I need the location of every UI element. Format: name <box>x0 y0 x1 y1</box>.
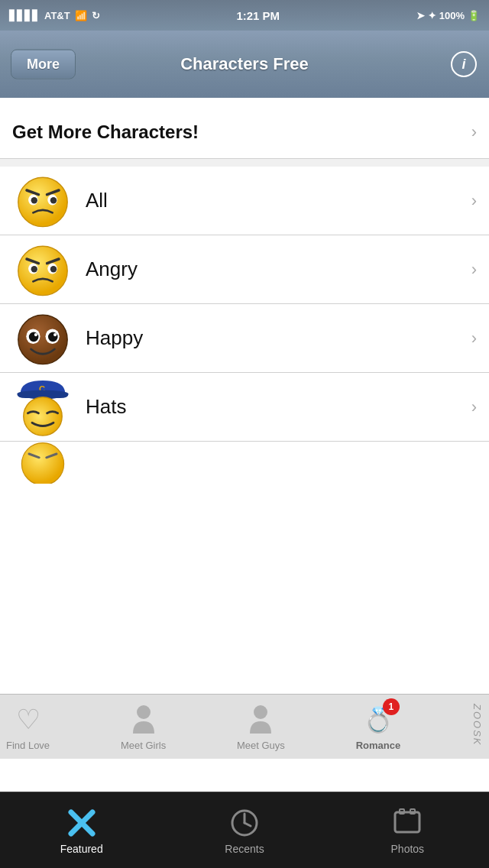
angry-icon <box>12 239 73 300</box>
status-right: ➤ ✦ 100% 🔋 <box>416 10 480 21</box>
svg-point-17 <box>29 332 39 342</box>
romance-icon: 💍 1 <box>361 703 395 737</box>
all-icon <box>12 170 73 232</box>
info-icon: i <box>461 57 465 73</box>
ad-banner: ♡ Find Love Meet Girls Meet Guys 💍 1 Rom… <box>0 694 489 759</box>
get-more-chevron: › <box>471 122 477 142</box>
meet-guys-label: Meet Guys <box>237 740 285 751</box>
svg-point-6 <box>50 197 57 203</box>
svg-point-5 <box>31 197 37 203</box>
list-item-all[interactable]: All › <box>0 167 489 235</box>
list-item-happy[interactable]: Happy › <box>0 304 489 373</box>
status-left: ▋▋▋▋ AT&T 📶 ↻ <box>9 10 100 21</box>
tab-featured[interactable]: Featured <box>0 806 163 855</box>
info-button[interactable]: i <box>451 51 477 77</box>
more-button[interactable]: More <box>11 50 76 79</box>
svg-point-28 <box>137 705 151 719</box>
partial-icon <box>12 442 73 484</box>
get-more-section: Get More Characters! › <box>0 105 489 159</box>
svg-point-0 <box>18 177 67 226</box>
svg-point-13 <box>50 266 57 272</box>
find-love-label: Find Love <box>6 740 50 751</box>
status-time: 1:21 PM <box>236 9 280 22</box>
carrier-label: AT&T <box>44 10 70 21</box>
refresh-icon: ↻ <box>92 10 100 21</box>
content-area: Get More Characters! › <box>0 105 489 484</box>
meet-guys-icon <box>244 703 277 737</box>
svg-line-36 <box>244 823 251 826</box>
svg-point-24 <box>24 397 62 435</box>
all-label: All <box>86 189 471 212</box>
angry-chevron: › <box>471 260 477 280</box>
svg-point-14 <box>18 315 67 364</box>
wifi-icon: 📶 <box>75 10 87 21</box>
hats-chevron: › <box>471 397 477 417</box>
bluetooth-icon: ✦ <box>428 10 436 21</box>
featured-tab-label: Featured <box>60 843 103 855</box>
svg-point-25 <box>21 442 63 484</box>
list-item-partial[interactable] <box>0 442 489 484</box>
ad-meet-girls[interactable]: Meet Girls <box>121 703 166 751</box>
recents-icon <box>228 806 261 840</box>
happy-chevron: › <box>471 329 477 348</box>
get-more-label: Get More Characters! <box>12 121 471 143</box>
featured-icon <box>65 806 99 840</box>
photos-tab-label: Photos <box>391 843 425 855</box>
svg-point-12 <box>31 266 37 272</box>
romance-label: Romance <box>356 740 401 751</box>
nav-bar: More Characters Free i <box>0 31 489 98</box>
status-bar: ▋▋▋▋ AT&T 📶 ↻ 1:21 PM ➤ ✦ 100% 🔋 <box>0 0 489 31</box>
meet-girls-label: Meet Girls <box>121 740 166 751</box>
happy-label: Happy <box>86 326 471 350</box>
battery-icon: 🔋 <box>468 10 480 21</box>
romance-badge-count: 1 <box>383 698 400 715</box>
meet-girls-icon <box>127 703 160 737</box>
tab-recents[interactable]: Recents <box>163 806 325 855</box>
find-love-icon: ♡ <box>11 703 45 737</box>
svg-point-7 <box>18 246 67 295</box>
tab-bar: Featured Recents Photos <box>0 792 489 868</box>
svg-point-29 <box>254 705 267 719</box>
location-icon: ➤ <box>416 10 425 21</box>
get-more-row[interactable]: Get More Characters! › <box>0 105 489 159</box>
ad-meet-guys[interactable]: Meet Guys <box>237 703 285 751</box>
svg-rect-37 <box>395 812 419 832</box>
recents-tab-label: Recents <box>225 843 264 855</box>
list-item-angry[interactable]: Angry › <box>0 235 489 304</box>
angry-label: Angry <box>86 257 471 281</box>
battery-label: 100% <box>439 10 465 21</box>
signal-icon: ▋▋▋▋ <box>9 10 40 21</box>
nav-title: Characters Free <box>180 54 309 74</box>
svg-point-19 <box>34 333 37 336</box>
photos-icon <box>390 806 424 840</box>
hats-label: Hats <box>86 395 471 419</box>
category-list: All › <box>0 167 489 484</box>
happy-icon <box>12 308 73 369</box>
ad-find-love[interactable]: ♡ Find Love <box>6 703 50 751</box>
all-chevron: › <box>471 191 477 211</box>
list-item-hats[interactable]: C Hats › <box>0 373 489 442</box>
tab-photos[interactable]: Photos <box>326 806 489 855</box>
svg-point-33 <box>79 820 85 826</box>
ad-romance[interactable]: 💍 1 Romance <box>356 703 401 751</box>
zoosk-brand: ZOOSK <box>471 704 483 750</box>
svg-rect-30 <box>254 724 267 727</box>
svg-point-18 <box>48 332 58 342</box>
svg-point-20 <box>53 333 57 336</box>
hats-icon: C <box>12 377 73 438</box>
